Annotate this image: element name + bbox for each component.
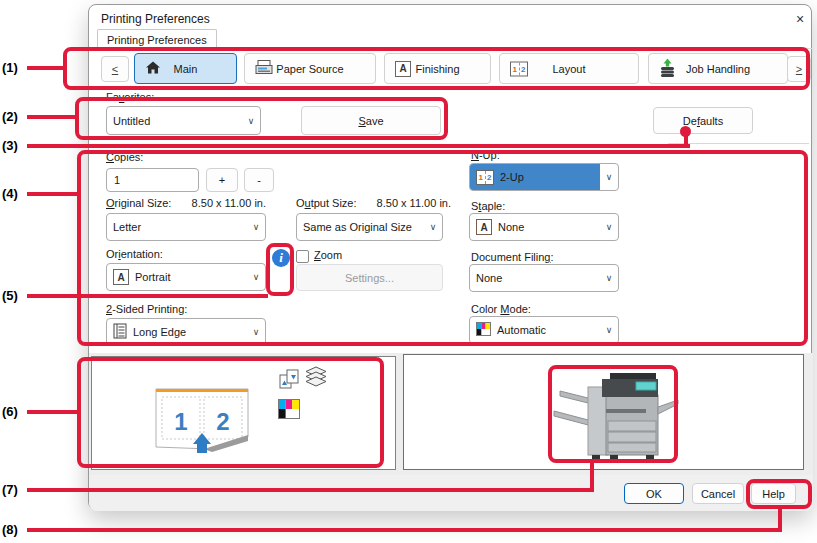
tab-scroll-left-button[interactable]: < — [101, 56, 129, 82]
chevron-down-icon: ∨ — [247, 264, 265, 290]
callout-label-8: (8) — [2, 522, 28, 537]
chevron-down-icon: ∨ — [247, 319, 265, 345]
cancel-button[interactable]: Cancel — [692, 483, 744, 504]
favorites-value: Untitled — [113, 115, 150, 127]
tab-scroll-right-button[interactable]: > — [787, 56, 811, 82]
preview-page-2: 2 — [216, 408, 229, 435]
output-size-dimension: 8.50 x 11.00 in. — [377, 197, 451, 209]
preview-page-1: 1 — [174, 408, 187, 435]
callout-line-8 — [27, 528, 782, 532]
two-up-icon: 12 — [476, 170, 494, 185]
tab-paper-source-label: Paper Source — [245, 63, 375, 75]
staple-value: None — [498, 221, 524, 233]
chevron-down-icon: ∨ — [600, 164, 618, 190]
callout-label-4: (4) — [2, 186, 28, 201]
document-filing-select[interactable]: None ∨ — [469, 264, 619, 292]
callout-line-4 — [27, 192, 77, 196]
tab-job-handling-label: Job Handling — [649, 63, 787, 75]
document-filing-label: Document Filing: — [471, 251, 554, 263]
copies-label: Copies: — [106, 151, 143, 163]
tab-job-handling[interactable]: Job Handling — [648, 53, 788, 84]
save-button[interactable]: Save — [301, 106, 441, 135]
info-icon[interactable]: i — [272, 249, 290, 267]
callout-label-3: (3) — [2, 138, 28, 153]
chevron-down-icon: ∨ — [600, 317, 618, 343]
color-mode-icon — [476, 322, 491, 338]
copies-input[interactable]: 1 — [106, 168, 199, 192]
two-sided-printing-label: 2-Sided Printing: — [106, 303, 187, 315]
tab-layout[interactable]: 12 Layout — [499, 53, 639, 84]
preview-strip: 1 2 — [89, 353, 813, 475]
window-title: Printing Preferences — [101, 12, 210, 26]
tab-main[interactable]: Main — [134, 53, 237, 84]
screenshot-stage: Printing Preferences × Printing Preferen… — [0, 0, 817, 543]
chevron-down-icon: ∨ — [424, 214, 442, 240]
two-up-preview-graphic: 1 2 — [154, 385, 254, 457]
color-status-icon — [278, 399, 300, 419]
staple-label: Staple: — [471, 200, 505, 212]
staple-none-icon: A — [476, 219, 492, 235]
output-size-select[interactable]: Same as Original Size ∨ — [296, 213, 443, 241]
chevron-down-icon: ∨ — [600, 214, 618, 240]
two-up-status-icon — [278, 368, 300, 390]
callout-label-2: (2) — [2, 109, 28, 124]
copies-decrement-button[interactable]: - — [244, 168, 274, 192]
document-filing-value: None — [476, 272, 502, 284]
copies-increment-button[interactable]: + — [206, 168, 238, 192]
chevron-down-icon: ∨ — [600, 265, 618, 291]
defaults-separator — [668, 143, 809, 144]
tab-layout-label: Layout — [500, 63, 638, 75]
tab-finishing[interactable]: A Finishing — [384, 53, 491, 84]
printer-image — [550, 365, 682, 465]
callout-label-5: (5) — [2, 288, 28, 303]
output-size-label: Output Size: — [296, 197, 357, 209]
callout-label-7: (7) — [2, 482, 28, 497]
collate-stack-icon — [304, 366, 328, 388]
orientation-select[interactable]: A Portrait ∨ — [106, 263, 266, 291]
color-mode-label: Color Mode: — [471, 303, 531, 315]
two-sided-printing-select[interactable]: Long Edge ∨ — [106, 318, 266, 346]
portrait-icon: A — [113, 269, 129, 285]
defaults-button[interactable]: Defaults — [653, 107, 753, 134]
printer-preview-pane — [403, 354, 804, 470]
original-size-dimension: 8.50 x 11.00 in. — [192, 197, 266, 209]
zoom-settings-button[interactable]: Settings... — [296, 264, 443, 291]
original-size-label: Original Size: — [106, 197, 171, 209]
original-size-value: Letter — [113, 221, 141, 233]
favorites-label: Favorites: — [106, 91, 154, 103]
tab-paper-source[interactable]: Paper Source — [244, 53, 376, 84]
print-settings-preview-pane: 1 2 — [91, 356, 396, 470]
original-size-select[interactable]: Letter ∨ — [106, 213, 266, 241]
sheet-tab-printing-preferences[interactable]: Printing Preferences — [97, 29, 217, 50]
chevron-down-icon: ∨ — [247, 214, 265, 240]
ok-button[interactable]: OK — [624, 483, 684, 504]
color-mode-value: Automatic — [497, 324, 546, 336]
n-up-select[interactable]: 12 2-Up ∨ — [469, 163, 619, 191]
n-up-label: N-Up: — [471, 149, 500, 161]
color-mode-select[interactable]: Automatic ∨ — [469, 316, 619, 344]
output-size-value: Same as Original Size — [303, 221, 412, 233]
help-button[interactable]: Help — [751, 483, 796, 504]
two-sided-printing-value: Long Edge — [133, 326, 186, 338]
callout-line-6 — [27, 410, 77, 414]
printing-preferences-dialog: Printing Preferences × Printing Preferen… — [88, 4, 812, 510]
zoom-checkbox[interactable] — [296, 250, 309, 263]
orientation-label: Orientation: — [106, 248, 163, 260]
callout-label-1: (1) — [2, 60, 28, 75]
tab-finishing-label: Finishing — [385, 63, 490, 75]
close-icon[interactable]: × — [789, 10, 811, 28]
tab-main-label: Main — [135, 63, 236, 75]
long-edge-icon — [113, 323, 127, 341]
staple-select[interactable]: A None ∨ — [469, 213, 619, 241]
zoom-checkbox-label: Zoom — [314, 249, 342, 261]
orientation-value: Portrait — [135, 271, 170, 283]
favorites-select[interactable]: Untitled ∨ — [106, 106, 261, 135]
callout-line-2 — [27, 115, 75, 119]
callout-line-1 — [27, 66, 63, 70]
chevron-down-icon: ∨ — [242, 107, 260, 134]
n-up-value: 2-Up — [500, 171, 524, 183]
callout-label-6: (6) — [2, 404, 28, 419]
